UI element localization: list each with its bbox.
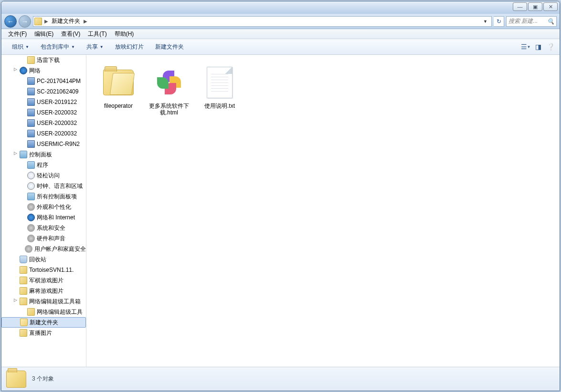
sidebar-item[interactable]: 网络和 Internet [1, 212, 86, 223]
cpl-icon [27, 161, 35, 169]
sidebar-item-label: 回收站 [29, 256, 46, 264]
chevron-right-icon[interactable]: ▶ [82, 19, 89, 24]
folder-icon [103, 70, 134, 95]
minimize-button[interactable]: — [513, 2, 527, 11]
menu-edit[interactable]: 编辑(E) [31, 29, 57, 39]
sidebar-item-label: 控制面板 [29, 151, 52, 159]
pc-icon [27, 88, 35, 95]
file-item[interactable]: fileoperator [93, 62, 144, 119]
pc-icon [27, 109, 35, 116]
sidebar-item-label: 程序 [37, 161, 48, 169]
explorer-window: — ▣ ✕ ← → ▶ 新建文件夹 ▶ ▼ ↻ 搜索 新建... 🔍 文件(F)… [1, 1, 560, 391]
sidebar-item-label: 网络编辑超级工具箱 [29, 298, 81, 306]
sidebar-item[interactable]: ▷网络 [1, 65, 86, 76]
folder-icon [20, 298, 27, 305]
search-input[interactable]: 搜索 新建... 🔍 [506, 16, 557, 27]
sidebar-item[interactable]: 系统和安全 [1, 223, 86, 233]
sidebar-item[interactable]: 网络编辑超级工具 [1, 307, 86, 317]
expand-icon[interactable]: ▷ [13, 67, 18, 74]
sidebar-item-label: 新建文件夹 [30, 319, 58, 327]
share-button[interactable]: 共享▼ [81, 41, 109, 53]
sidebar-item-label: 迅雷下载 [37, 56, 60, 64]
pc-icon [27, 130, 35, 137]
sidebar-item[interactable]: USER-2020032 [1, 128, 86, 139]
preview-pane-button[interactable]: ◨ [534, 42, 542, 51]
help-button[interactable]: ❔ [546, 42, 555, 51]
sidebar-item[interactable]: 新建文件夹 [1, 317, 86, 328]
expand-icon[interactable]: ▷ [13, 151, 18, 158]
file-item[interactable]: 更多系统软件下载.html [144, 62, 194, 119]
menu-help[interactable]: 帮助(H) [111, 29, 138, 39]
sidebar-item[interactable]: 用户帐户和家庭安全 [1, 244, 86, 254]
search-placeholder: 搜索 新建... [508, 17, 538, 25]
sidebar-item-label: USER-2020032 [37, 130, 77, 137]
sidebar-item[interactable]: 军棋游戏图片 [1, 275, 86, 286]
folder-icon [20, 287, 27, 295]
close-button[interactable]: ✕ [543, 2, 558, 11]
view-options-button[interactable]: ☰ ▼ [521, 42, 530, 51]
sidebar-item-label: USER-2020032 [37, 109, 77, 116]
sidebar-item[interactable]: USER-2019122 [1, 97, 86, 107]
sidebar-item[interactable]: USER-2020032 [1, 118, 86, 128]
sidebar-item[interactable]: 所有控制面板项 [1, 191, 86, 202]
clock-icon [27, 182, 35, 190]
cpl-icon [20, 151, 27, 158]
file-item[interactable]: 使用说明.txt [194, 62, 245, 119]
slideshow-button[interactable]: 放映幻灯片 [109, 41, 149, 53]
net-icon [27, 214, 35, 221]
sidebar-item[interactable]: PC-20170414PM [1, 76, 86, 86]
sidebar-item-label: USER-2019122 [37, 99, 77, 105]
new-folder-button[interactable]: 新建文件夹 [149, 41, 190, 53]
status-text: 3 个对象 [32, 375, 54, 383]
sidebar-item-label: 用户帐户和家庭安全 [34, 245, 86, 253]
include-in-library-button[interactable]: 包含到库中▼ [35, 41, 81, 53]
sidebar-item[interactable]: 回收站 [1, 254, 86, 265]
breadcrumb-current[interactable]: 新建文件夹 [51, 17, 81, 25]
refresh-button[interactable]: ↻ [494, 16, 504, 27]
sidebar-item[interactable]: 外观和个性化 [1, 202, 86, 212]
chevron-right-icon[interactable]: ▶ [43, 19, 50, 24]
sidebar-item[interactable]: 轻松访问 [1, 170, 86, 181]
cpl-icon [27, 193, 35, 200]
sidebar-item[interactable]: 迅雷下载 [1, 55, 86, 65]
sidebar-item[interactable]: 硬件和声音 [1, 233, 86, 244]
organize-button[interactable]: 组织▼ [6, 41, 35, 53]
sidebar-item[interactable]: ▷网络编辑超级工具箱 [1, 296, 86, 307]
gear-icon [27, 203, 35, 211]
forward-button[interactable]: → [19, 15, 31, 28]
pc-icon [27, 119, 35, 127]
menu-file[interactable]: 文件(F) [4, 29, 31, 39]
back-button[interactable]: ← [4, 15, 17, 28]
sidebar-item-label: 麻将游戏图片 [29, 287, 64, 295]
folder-icon [6, 371, 26, 388]
file-label: 更多系统软件下载.html [146, 103, 192, 116]
navigation-pane[interactable]: 迅雷下载▷网络PC-20170414PMSC-2021062409USER-20… [1, 55, 86, 367]
gear-icon [25, 245, 32, 253]
sidebar-item[interactable]: USER-2020032 [1, 107, 86, 118]
sidebar-item[interactable]: ▷控制面板 [1, 149, 86, 160]
gear-icon [27, 235, 35, 242]
chevron-down-icon: ▼ [100, 45, 104, 49]
html-icon [156, 70, 182, 95]
expand-icon[interactable]: ▷ [13, 298, 18, 305]
sidebar-item-label: 硬件和声音 [37, 235, 65, 243]
file-label: fileoperator [104, 103, 133, 109]
sidebar-item[interactable]: TortoiseSVN1.11. [1, 265, 86, 275]
sidebar-item[interactable]: 程序 [1, 160, 86, 170]
address-bar-row: ← → ▶ 新建文件夹 ▶ ▼ ↻ 搜索 新建... 🔍 [1, 14, 560, 29]
sidebar-item[interactable]: USERMIC-R9N2 [1, 139, 86, 149]
sidebar-item[interactable]: 时钟、语言和区域 [1, 181, 86, 191]
menu-view[interactable]: 查看(V) [57, 29, 84, 39]
sidebar-item[interactable]: SC-2021062409 [1, 86, 86, 97]
sidebar-item[interactable]: 麻将游戏图片 [1, 286, 86, 296]
menu-tools[interactable]: 工具(T) [84, 29, 110, 39]
maximize-button[interactable]: ▣ [528, 2, 542, 11]
chevron-down-icon[interactable]: ▼ [480, 19, 490, 24]
sidebar-item[interactable]: 直播图片 [1, 328, 86, 338]
breadcrumb[interactable]: ▶ 新建文件夹 ▶ ▼ [33, 16, 492, 27]
file-list[interactable]: fileoperator更多系统软件下载.html使用说明.txt [86, 55, 560, 367]
sidebar-item-label: USERMIC-R9N2 [37, 141, 80, 147]
pc-icon [27, 77, 35, 85]
sidebar-item-label: TortoiseSVN1.11. [29, 267, 74, 273]
search-icon: 🔍 [547, 18, 554, 25]
